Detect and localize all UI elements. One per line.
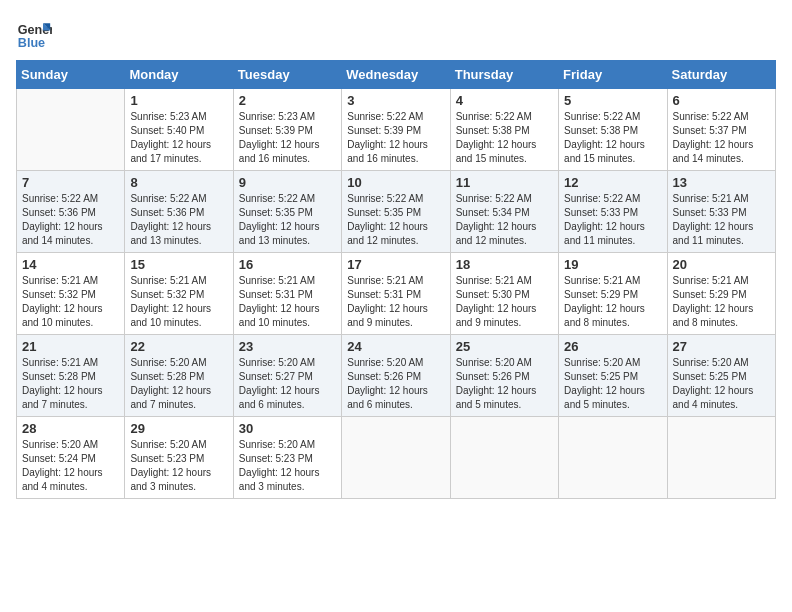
calendar-cell: 30Sunrise: 5:20 AM Sunset: 5:23 PM Dayli… [233, 417, 341, 499]
day-number: 19 [564, 257, 661, 272]
day-info: Sunrise: 5:23 AM Sunset: 5:40 PM Dayligh… [130, 110, 227, 166]
day-info: Sunrise: 5:22 AM Sunset: 5:35 PM Dayligh… [239, 192, 336, 248]
calendar-cell: 19Sunrise: 5:21 AM Sunset: 5:29 PM Dayli… [559, 253, 667, 335]
day-number: 12 [564, 175, 661, 190]
calendar-cell [17, 89, 125, 171]
header-wednesday: Wednesday [342, 61, 450, 89]
calendar-cell: 1Sunrise: 5:23 AM Sunset: 5:40 PM Daylig… [125, 89, 233, 171]
day-info: Sunrise: 5:22 AM Sunset: 5:33 PM Dayligh… [564, 192, 661, 248]
calendar-cell [559, 417, 667, 499]
day-info: Sunrise: 5:21 AM Sunset: 5:32 PM Dayligh… [22, 274, 119, 330]
day-info: Sunrise: 5:21 AM Sunset: 5:33 PM Dayligh… [673, 192, 770, 248]
logo: General Blue [16, 16, 56, 52]
calendar-cell: 5Sunrise: 5:22 AM Sunset: 5:38 PM Daylig… [559, 89, 667, 171]
day-info: Sunrise: 5:20 AM Sunset: 5:24 PM Dayligh… [22, 438, 119, 494]
day-info: Sunrise: 5:21 AM Sunset: 5:30 PM Dayligh… [456, 274, 553, 330]
day-number: 16 [239, 257, 336, 272]
calendar-cell: 26Sunrise: 5:20 AM Sunset: 5:25 PM Dayli… [559, 335, 667, 417]
day-number: 8 [130, 175, 227, 190]
calendar-cell: 7Sunrise: 5:22 AM Sunset: 5:36 PM Daylig… [17, 171, 125, 253]
page-header: General Blue [16, 16, 776, 52]
day-info: Sunrise: 5:21 AM Sunset: 5:29 PM Dayligh… [673, 274, 770, 330]
day-info: Sunrise: 5:20 AM Sunset: 5:25 PM Dayligh… [564, 356, 661, 412]
calendar-cell: 4Sunrise: 5:22 AM Sunset: 5:38 PM Daylig… [450, 89, 558, 171]
day-info: Sunrise: 5:21 AM Sunset: 5:29 PM Dayligh… [564, 274, 661, 330]
header-saturday: Saturday [667, 61, 775, 89]
day-number: 21 [22, 339, 119, 354]
day-info: Sunrise: 5:23 AM Sunset: 5:39 PM Dayligh… [239, 110, 336, 166]
calendar-cell: 2Sunrise: 5:23 AM Sunset: 5:39 PM Daylig… [233, 89, 341, 171]
calendar-cell: 8Sunrise: 5:22 AM Sunset: 5:36 PM Daylig… [125, 171, 233, 253]
calendar-table: SundayMondayTuesdayWednesdayThursdayFrid… [16, 60, 776, 499]
week-row-2: 14Sunrise: 5:21 AM Sunset: 5:32 PM Dayli… [17, 253, 776, 335]
calendar-cell [667, 417, 775, 499]
day-number: 27 [673, 339, 770, 354]
day-info: Sunrise: 5:20 AM Sunset: 5:28 PM Dayligh… [130, 356, 227, 412]
calendar-cell: 6Sunrise: 5:22 AM Sunset: 5:37 PM Daylig… [667, 89, 775, 171]
logo-icon: General Blue [16, 16, 52, 52]
day-info: Sunrise: 5:21 AM Sunset: 5:28 PM Dayligh… [22, 356, 119, 412]
day-info: Sunrise: 5:22 AM Sunset: 5:35 PM Dayligh… [347, 192, 444, 248]
day-number: 14 [22, 257, 119, 272]
week-row-1: 7Sunrise: 5:22 AM Sunset: 5:36 PM Daylig… [17, 171, 776, 253]
day-info: Sunrise: 5:20 AM Sunset: 5:27 PM Dayligh… [239, 356, 336, 412]
day-number: 29 [130, 421, 227, 436]
day-info: Sunrise: 5:22 AM Sunset: 5:34 PM Dayligh… [456, 192, 553, 248]
header-tuesday: Tuesday [233, 61, 341, 89]
calendar-cell: 11Sunrise: 5:22 AM Sunset: 5:34 PM Dayli… [450, 171, 558, 253]
day-info: Sunrise: 5:22 AM Sunset: 5:38 PM Dayligh… [456, 110, 553, 166]
calendar-cell: 27Sunrise: 5:20 AM Sunset: 5:25 PM Dayli… [667, 335, 775, 417]
day-number: 15 [130, 257, 227, 272]
header-friday: Friday [559, 61, 667, 89]
day-number: 2 [239, 93, 336, 108]
day-number: 24 [347, 339, 444, 354]
calendar-cell: 15Sunrise: 5:21 AM Sunset: 5:32 PM Dayli… [125, 253, 233, 335]
day-info: Sunrise: 5:21 AM Sunset: 5:31 PM Dayligh… [239, 274, 336, 330]
calendar-cell: 12Sunrise: 5:22 AM Sunset: 5:33 PM Dayli… [559, 171, 667, 253]
week-row-4: 28Sunrise: 5:20 AM Sunset: 5:24 PM Dayli… [17, 417, 776, 499]
svg-text:Blue: Blue [18, 36, 45, 50]
day-number: 26 [564, 339, 661, 354]
day-info: Sunrise: 5:22 AM Sunset: 5:36 PM Dayligh… [130, 192, 227, 248]
calendar-cell: 24Sunrise: 5:20 AM Sunset: 5:26 PM Dayli… [342, 335, 450, 417]
calendar-cell: 16Sunrise: 5:21 AM Sunset: 5:31 PM Dayli… [233, 253, 341, 335]
calendar-cell: 10Sunrise: 5:22 AM Sunset: 5:35 PM Dayli… [342, 171, 450, 253]
calendar-cell: 21Sunrise: 5:21 AM Sunset: 5:28 PM Dayli… [17, 335, 125, 417]
day-number: 9 [239, 175, 336, 190]
day-number: 30 [239, 421, 336, 436]
day-info: Sunrise: 5:22 AM Sunset: 5:37 PM Dayligh… [673, 110, 770, 166]
calendar-cell: 23Sunrise: 5:20 AM Sunset: 5:27 PM Dayli… [233, 335, 341, 417]
day-info: Sunrise: 5:20 AM Sunset: 5:26 PM Dayligh… [456, 356, 553, 412]
calendar-cell: 20Sunrise: 5:21 AM Sunset: 5:29 PM Dayli… [667, 253, 775, 335]
header-thursday: Thursday [450, 61, 558, 89]
day-info: Sunrise: 5:22 AM Sunset: 5:39 PM Dayligh… [347, 110, 444, 166]
calendar-cell: 25Sunrise: 5:20 AM Sunset: 5:26 PM Dayli… [450, 335, 558, 417]
day-info: Sunrise: 5:21 AM Sunset: 5:31 PM Dayligh… [347, 274, 444, 330]
week-row-0: 1Sunrise: 5:23 AM Sunset: 5:40 PM Daylig… [17, 89, 776, 171]
calendar-cell: 28Sunrise: 5:20 AM Sunset: 5:24 PM Dayli… [17, 417, 125, 499]
day-info: Sunrise: 5:20 AM Sunset: 5:23 PM Dayligh… [130, 438, 227, 494]
calendar-cell: 17Sunrise: 5:21 AM Sunset: 5:31 PM Dayli… [342, 253, 450, 335]
day-number: 23 [239, 339, 336, 354]
week-row-3: 21Sunrise: 5:21 AM Sunset: 5:28 PM Dayli… [17, 335, 776, 417]
calendar-header-row: SundayMondayTuesdayWednesdayThursdayFrid… [17, 61, 776, 89]
calendar-cell [450, 417, 558, 499]
day-number: 10 [347, 175, 444, 190]
day-info: Sunrise: 5:22 AM Sunset: 5:38 PM Dayligh… [564, 110, 661, 166]
header-sunday: Sunday [17, 61, 125, 89]
day-number: 4 [456, 93, 553, 108]
day-number: 3 [347, 93, 444, 108]
day-info: Sunrise: 5:21 AM Sunset: 5:32 PM Dayligh… [130, 274, 227, 330]
calendar-cell: 13Sunrise: 5:21 AM Sunset: 5:33 PM Dayli… [667, 171, 775, 253]
calendar-cell [342, 417, 450, 499]
calendar-cell: 18Sunrise: 5:21 AM Sunset: 5:30 PM Dayli… [450, 253, 558, 335]
calendar-cell: 29Sunrise: 5:20 AM Sunset: 5:23 PM Dayli… [125, 417, 233, 499]
calendar-cell: 22Sunrise: 5:20 AM Sunset: 5:28 PM Dayli… [125, 335, 233, 417]
day-number: 6 [673, 93, 770, 108]
day-number: 7 [22, 175, 119, 190]
day-number: 17 [347, 257, 444, 272]
day-number: 20 [673, 257, 770, 272]
calendar-cell: 14Sunrise: 5:21 AM Sunset: 5:32 PM Dayli… [17, 253, 125, 335]
day-number: 5 [564, 93, 661, 108]
day-info: Sunrise: 5:22 AM Sunset: 5:36 PM Dayligh… [22, 192, 119, 248]
